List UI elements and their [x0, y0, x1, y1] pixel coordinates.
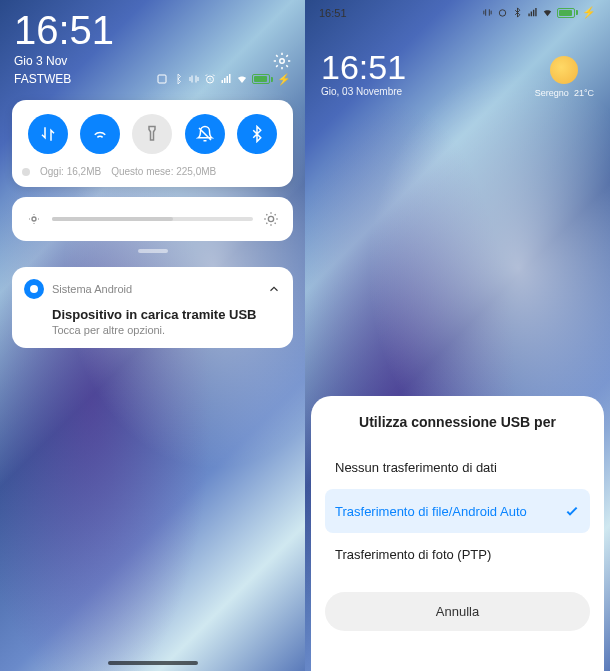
phone-right-usb-dialog: 16:51 ⚡ 16:51 Gio, 03 Novembre Seregno 2…: [305, 0, 610, 671]
quick-settings-panel: Oggi: 16,2MB Questo mese: 225,0MB: [12, 100, 293, 187]
android-system-icon: [24, 279, 44, 299]
usb-dialog-title: Utilizza connessione USB per: [325, 414, 590, 430]
home-clock: 16:51 Gio, 03 Novembre: [321, 50, 406, 97]
svg-point-5: [30, 285, 38, 293]
alarm-icon: [497, 7, 508, 18]
settings-gear-icon[interactable]: [273, 52, 291, 70]
sun-icon: [550, 56, 578, 84]
phone-left-notification-panel: 16:51 Gio 3 Nov FASTWEB ⚡: [0, 0, 305, 671]
status-bar-icons: ⚡: [156, 73, 291, 86]
flashlight-toggle[interactable]: [132, 114, 172, 154]
notification-title: Dispositivo in carica tramite USB: [52, 307, 281, 322]
brightness-high-icon: [263, 211, 279, 227]
weather-temp: 21°C: [574, 88, 594, 98]
brightness-low-icon: [26, 211, 42, 227]
battery-indicator: [557, 8, 578, 18]
clock-date: Gio 3 Nov: [14, 54, 67, 68]
usb-dialog-sheet: Utilizza connessione USB per Nessun tras…: [311, 396, 604, 671]
nfc-icon: [156, 73, 168, 85]
status-area: 16:51 Gio 3 Nov FASTWEB ⚡: [0, 0, 305, 90]
vibrate-icon: [188, 73, 200, 85]
carrier-name: FASTWEB: [14, 72, 71, 86]
bluetooth-status-icon: [512, 7, 523, 18]
signal-icon: [527, 7, 538, 18]
alarm-icon: [204, 73, 216, 85]
notification-app-name: Sistema Android: [52, 283, 259, 295]
home-time: 16:51: [321, 50, 406, 84]
usb-option-file-transfer[interactable]: Trasferimento di file/Android Auto: [325, 489, 590, 533]
vibrate-icon: [482, 7, 493, 18]
status-bar: 16:51 ⚡: [305, 0, 610, 25]
dnd-toggle[interactable]: [185, 114, 225, 154]
check-icon: [564, 503, 580, 519]
option-label: Nessun trasferimento di dati: [335, 460, 497, 475]
wifi-status-icon: [542, 7, 553, 18]
charging-icon: ⚡: [582, 6, 596, 19]
svg-rect-1: [158, 75, 166, 83]
battery-indicator: [252, 74, 273, 84]
svg-point-6: [499, 10, 505, 16]
wifi-status-icon: [236, 73, 248, 85]
notification-card[interactable]: Sistema Android Dispositivo in carica tr…: [12, 267, 293, 348]
bluetooth-status-icon: [172, 73, 184, 85]
home-date: Gio, 03 Novembre: [321, 86, 406, 97]
option-label: Trasferimento di foto (PTP): [335, 547, 491, 562]
usage-dot-icon: [22, 168, 30, 176]
brightness-slider[interactable]: [12, 197, 293, 241]
usb-option-ptp[interactable]: Trasferimento di foto (PTP): [325, 533, 590, 576]
weather-location: Seregno: [535, 88, 569, 98]
bluetooth-toggle[interactable]: [237, 114, 277, 154]
data-usage-today: Oggi: 16,2MB: [40, 166, 101, 177]
wifi-toggle[interactable]: [80, 114, 120, 154]
data-usage-month: Questo mese: 225,0MB: [111, 166, 216, 177]
cancel-button[interactable]: Annulla: [325, 592, 590, 631]
svg-point-3: [32, 217, 36, 221]
status-time: 16:51: [319, 7, 347, 19]
weather-widget[interactable]: Seregno 21°C: [535, 56, 594, 98]
signal-icon: [220, 73, 232, 85]
clock-time: 16:51: [14, 10, 291, 50]
notification-body: Tocca per altre opzioni.: [52, 324, 281, 336]
option-label: Trasferimento di file/Android Auto: [335, 504, 527, 519]
svg-point-4: [268, 216, 273, 221]
panel-handle[interactable]: [138, 249, 168, 253]
chevron-up-icon[interactable]: [267, 282, 281, 296]
svg-point-0: [280, 59, 285, 64]
data-toggle[interactable]: [28, 114, 68, 154]
usb-option-no-transfer[interactable]: Nessun trasferimento di dati: [325, 446, 590, 489]
charging-icon: ⚡: [277, 73, 291, 86]
